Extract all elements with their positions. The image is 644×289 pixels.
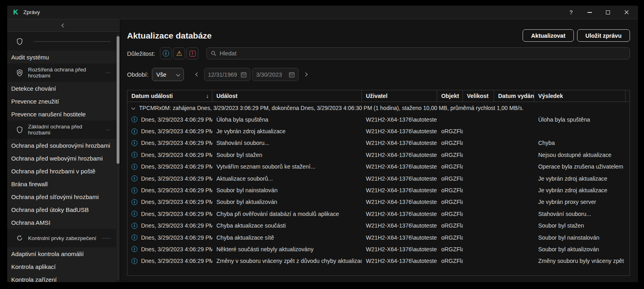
sidebar-item[interactable]: Audit systému bbox=[7, 51, 116, 63]
sidebar-item[interactable]: Prevence narušení hostitele bbox=[7, 108, 116, 120]
cell-event: Soubor byl nainstalován bbox=[212, 184, 362, 196]
cell-object: oRGZFlaH bbox=[437, 243, 463, 255]
info-icon bbox=[131, 175, 137, 181]
cell-release-date bbox=[494, 114, 534, 125]
table-row[interactable]: Dnes, 3/29/2023 4:06:29 PM Soubor byl ak… bbox=[127, 196, 630, 208]
sidebar-item-label: Ochrana před hrozbami v poště bbox=[11, 168, 95, 175]
sidebar-item[interactable]: Prevence zneužití bbox=[7, 95, 116, 108]
cell-stub bbox=[626, 161, 630, 173]
chevron-down-icon bbox=[131, 106, 135, 110]
cell-date: Dnes, 3/29/2023 4:06:29 PM bbox=[127, 125, 212, 137]
cell-stub bbox=[626, 208, 630, 220]
cell-user: W21H2-X64-1376\autotester bbox=[362, 255, 437, 267]
cell-release-date bbox=[494, 220, 534, 232]
chevron-right-icon bbox=[303, 73, 307, 77]
sidebar-item[interactable]: Brána firewall bbox=[7, 177, 116, 190]
sidebar-item[interactable]: Kontrola zařízení bbox=[7, 273, 116, 282]
help-button[interactable]: ? bbox=[562, 6, 580, 19]
filter-critical-button[interactable] bbox=[186, 47, 198, 59]
column-header-release-date[interactable]: Datum vydání bbox=[494, 90, 534, 102]
cell-result: Úloha byla spuštěna bbox=[534, 114, 626, 125]
sidebar-item-label: Kontrola aplikací bbox=[11, 263, 56, 270]
previous-period-button[interactable] bbox=[191, 69, 203, 81]
cell-event: Soubor byl aktualizován bbox=[212, 196, 362, 208]
section-divider-line bbox=[106, 130, 111, 130]
cell-date: Dnes, 3/29/2023 4:06:29 PM bbox=[127, 196, 212, 208]
sidebar-item[interactable]: Ochrana před hrozbami v poště bbox=[7, 165, 116, 177]
column-header-result[interactable]: Výsledek bbox=[534, 90, 626, 102]
cell-release-date bbox=[494, 173, 534, 184]
sidebar-item-label: Ochrana před webovými hrozbami bbox=[11, 155, 103, 162]
table-row[interactable]: Dnes, 3/29/2023 4:06:29 PM Chyba aktuali… bbox=[127, 232, 630, 243]
sidebar-item[interactable]: Kontrola aplikací bbox=[7, 260, 116, 273]
column-header-user[interactable]: Uživatel bbox=[362, 90, 437, 102]
sidebar-collapse-button[interactable] bbox=[7, 19, 120, 32]
sidebar-item-label: Prevence narušení hostitele bbox=[11, 111, 86, 118]
cell-size bbox=[463, 220, 494, 232]
date-to-field[interactable]: 3/30/2023 bbox=[252, 68, 299, 81]
table-row[interactable]: Dnes, 3/29/2023 4:06:29 PM Chyba aktuali… bbox=[127, 220, 630, 232]
sidebar-item-label: Ochrana před síťovými hrozbami bbox=[11, 193, 99, 200]
table-row[interactable]: Dnes, 3/29/2023 4:06:29 PM Chyba při ově… bbox=[127, 208, 630, 220]
save-report-button[interactable]: Uložit zprávu bbox=[577, 29, 630, 42]
sidebar-item[interactable]: Detekce chování bbox=[7, 82, 116, 95]
table-row[interactable]: Dnes, 3/29/2023 4:06:29 PM Soubor byl st… bbox=[127, 149, 630, 161]
cell-stub bbox=[626, 220, 630, 232]
cell-user: W21H2-X64-1376\autotester bbox=[362, 196, 437, 208]
sidebar-section-label: Kontrolní prvky zabezpečení bbox=[28, 235, 96, 241]
column-header-date[interactable]: Datum události bbox=[127, 90, 212, 102]
cell-event: Vytvářím seznam souborů ke stažení... bbox=[212, 161, 362, 173]
maximize-button[interactable] bbox=[599, 6, 617, 19]
table-row[interactable]: Dnes, 3/29/2023 4:06:29 PM Úloha byla sp… bbox=[127, 114, 630, 125]
minimize-button[interactable] bbox=[580, 6, 599, 19]
table-row[interactable]: Dnes, 3/29/2023 4:06:29 PM Soubor byl na… bbox=[127, 184, 630, 196]
cell-size bbox=[463, 149, 494, 161]
sidebar-item[interactable]: Ochrana před útoky BadUSB bbox=[7, 203, 116, 216]
sidebar-item[interactable]: Ochrana před síťovými hrozbami bbox=[7, 190, 116, 203]
sidebar-item-label: Kontrola zařízení bbox=[11, 276, 57, 283]
sidebar-item-label: Adaptivní kontrola anomálií bbox=[11, 250, 84, 257]
cell-event: Soubor byl stažen bbox=[212, 149, 362, 161]
close-button[interactable] bbox=[617, 6, 636, 19]
table-row[interactable]: Dnes, 3/29/2023 4:06:29 PM Aktualizace s… bbox=[127, 173, 630, 184]
column-header-event[interactable]: Událost bbox=[212, 90, 362, 102]
cell-result bbox=[534, 125, 626, 137]
calendar-icon bbox=[289, 72, 295, 77]
table-row[interactable]: Dnes, 3/29/2023 4:06:29 PM Některé součá… bbox=[127, 243, 630, 255]
update-button[interactable]: Aktualizovat bbox=[523, 29, 573, 42]
table-row[interactable]: Dnes, 3/29/2023 4:06:29 PM Je vybrán zdr… bbox=[127, 125, 630, 137]
next-period-button[interactable] bbox=[299, 69, 311, 81]
cell-object bbox=[437, 114, 463, 125]
sidebar-item[interactable]: Ochrana před souborovými hrozbami bbox=[7, 139, 116, 152]
cell-stub bbox=[626, 196, 630, 208]
scrollbar-thumb[interactable] bbox=[117, 36, 119, 164]
cell-user: W21H2-X64-1376\autotester bbox=[362, 125, 437, 137]
filter-info-button[interactable] bbox=[160, 47, 172, 59]
sidebar-item[interactable]: Ochrana před webovými hrozbami bbox=[7, 152, 116, 165]
cell-event: Některé součásti nebyly aktualizovány bbox=[212, 243, 362, 255]
sidebar-scrollbar[interactable] bbox=[117, 34, 119, 281]
cell-result: Soubor byl stažen bbox=[534, 220, 626, 232]
column-header-object[interactable]: Objekt bbox=[437, 90, 463, 102]
date-from-field[interactable]: 12/31/1969 bbox=[204, 68, 250, 81]
cell-event: Chyba aktualizace sítě bbox=[212, 232, 362, 243]
table-row[interactable]: Dnes, 3/29/2023 4:06:29 PM Stahování sou… bbox=[127, 137, 630, 149]
cell-event: Aktualizace souborů... bbox=[212, 173, 362, 184]
cell-release-date bbox=[494, 125, 534, 137]
cell-date: Dnes, 3/29/2023 4:06:29 PM bbox=[127, 173, 212, 184]
search-input[interactable] bbox=[220, 50, 626, 57]
table-row[interactable]: Dnes, 3/29/2023 4:06:29 PM Změny v soubo… bbox=[127, 255, 630, 267]
table-row[interactable]: Dnes, 3/29/2023 4:06:29 PM Vytvářím sezn… bbox=[127, 161, 630, 173]
sidebar-section-header: Kontrolní prvky zabezpečení bbox=[7, 229, 116, 247]
column-header-size[interactable]: Velikost bbox=[463, 90, 494, 102]
cell-stub bbox=[626, 149, 630, 161]
period-select[interactable]: Vše bbox=[152, 68, 184, 81]
task-group-row[interactable]: TPCMRx0M: zahájena Dnes, 3/29/2023 3:06:… bbox=[127, 102, 630, 114]
cell-object: oRGZFlaH bbox=[437, 184, 463, 196]
sidebar-item[interactable]: Ochrana AMSI bbox=[7, 216, 116, 229]
cell-date: Dnes, 3/29/2023 4:06:29 PM bbox=[127, 232, 212, 243]
cell-size bbox=[463, 137, 494, 149]
filter-warning-button[interactable] bbox=[173, 47, 185, 59]
sidebar-item[interactable]: Adaptivní kontrola anomálií bbox=[7, 247, 116, 260]
cell-size bbox=[463, 125, 494, 137]
